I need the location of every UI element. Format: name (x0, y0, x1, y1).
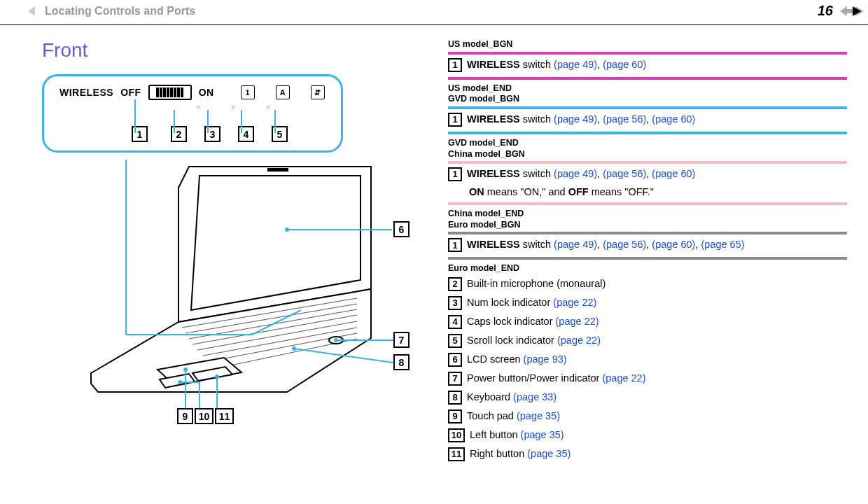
capslock-icon: A (276, 85, 290, 99)
divider-bar (448, 106, 847, 109)
svg-point-21 (285, 227, 289, 232)
item-text: Keyboard (page 33) (467, 391, 556, 405)
divider-bar (448, 202, 847, 205)
page-header: Locating Controls and Ports 16 (0, 0, 868, 25)
item-num-1: 1 (448, 58, 462, 72)
prev-arrow-icon[interactable] (28, 6, 35, 16)
callout-10: 10 (195, 408, 214, 424)
page-link[interactable]: (page 49) (554, 113, 597, 125)
page-link[interactable]: (page 22) (556, 316, 599, 327)
divider-bar (448, 132, 847, 134)
callout-7: 7 (393, 332, 410, 348)
item-text: Caps lock indicator (page 22) (467, 315, 599, 329)
page-link[interactable]: (page 33) (513, 391, 556, 402)
next-arrow-icon[interactable] (840, 4, 854, 18)
page-nav: 16 (818, 3, 854, 19)
item-text: Power button/Power indicator (page 22) (467, 372, 646, 386)
item-text: Left button (page 35) (470, 428, 564, 442)
on-label: ON (199, 87, 214, 98)
item-text: WIRELESS switch (page 49), (page 56), (p… (467, 238, 745, 252)
page-link[interactable]: (page 49) (554, 59, 597, 70)
item-text: Right button (page 35) (470, 447, 570, 461)
page-link[interactable]: (page 60) (603, 59, 646, 70)
item-extra-text: ON means "ON," and OFF means "OFF." (469, 186, 847, 197)
model-tag: Euro model_END (448, 263, 847, 274)
item-num-8: 8 (448, 391, 462, 405)
page-link[interactable]: (page 35) (517, 410, 560, 421)
section-title: Front (42, 39, 434, 62)
item-num-2: 2 (448, 277, 462, 291)
item-text: WIRELESS switch (page 49), (page 60) (467, 58, 646, 72)
svg-point-23 (292, 346, 296, 351)
svg-point-22 (334, 338, 338, 342)
item-num-4: 4 (448, 315, 462, 329)
item-text: Built-in microphone (monaural) (467, 277, 606, 291)
page-link[interactable]: (page 60) (652, 113, 695, 125)
svg-point-29 (178, 380, 182, 384)
item-text: LCD screen (page 93) (467, 353, 567, 367)
page-link[interactable]: (page 22) (553, 297, 596, 308)
divider-bar (448, 161, 847, 164)
switch-panel: WIRELESS OFF ON 1 A ⇵ ○○○ (42, 74, 343, 153)
page-link[interactable]: (page 93) (524, 354, 567, 365)
svg-rect-4 (267, 168, 288, 172)
page-link[interactable]: (page 60) (652, 239, 695, 250)
page-number: 16 (818, 3, 833, 19)
page-link[interactable]: (page 49) (554, 239, 597, 250)
item-num-6: 6 (448, 353, 462, 367)
item-num-5: 5 (448, 334, 462, 348)
description-list: US model_BGN 1 WIRELESS switch (page 49)… (434, 39, 847, 466)
callout-8: 8 (393, 354, 410, 370)
page-link[interactable]: (page 56) (603, 239, 646, 250)
model-tag: US model_BGN (448, 39, 847, 50)
breadcrumb-label: Locating Controls and Ports (45, 5, 195, 18)
page-link[interactable]: (page 22) (557, 335, 601, 346)
divider-bar (448, 52, 847, 55)
page-link[interactable]: (page 56) (603, 113, 646, 125)
item-text: Num lock indicator (page 22) (467, 296, 596, 310)
model-tag: US model_ENDGVD model_BGN (448, 83, 847, 105)
callout-9: 9 (177, 408, 193, 424)
item-num-7: 7 (448, 372, 462, 386)
item-num-1: 1 (448, 167, 462, 181)
svg-point-28 (183, 368, 188, 372)
item-text: Scroll lock indicator (page 22) (467, 334, 601, 348)
numlock-icon: 1 (241, 85, 255, 99)
item-text: Touch pad (page 35) (467, 410, 560, 424)
laptop-diagram: 6 7 8 9 10 11 (77, 160, 434, 428)
page-link[interactable]: (page 49) (554, 168, 597, 179)
wireless-switch-icon (148, 85, 192, 100)
page-link[interactable]: (page 35) (527, 448, 570, 459)
breadcrumb: Locating Controls and Ports (28, 5, 195, 18)
model-tag: China model_ENDEuro model_BGN (448, 209, 847, 230)
scrolllock-icon: ⇵ (311, 85, 325, 99)
item-text: WIRELESS switch (page 49), (page 56), (p… (467, 113, 695, 127)
divider-bar (448, 232, 847, 234)
page-link[interactable]: (page 35) (521, 429, 564, 440)
item-num-11: 11 (448, 447, 465, 461)
divider-bar (448, 77, 847, 80)
svg-point-30 (215, 374, 219, 379)
item-text: WIRELESS switch (page 49), (page 56), (p… (467, 167, 695, 181)
page-link[interactable]: (page 22) (602, 372, 645, 384)
page-link[interactable]: (page 65) (701, 239, 745, 250)
item-num-1: 1 (448, 238, 462, 252)
off-label: OFF (120, 87, 141, 98)
item-num-9: 9 (448, 410, 462, 424)
model-tag: GVD model_ENDChina model_BGN (448, 138, 847, 160)
item-num-3: 3 (448, 296, 462, 310)
item-num-1: 1 (448, 113, 462, 127)
callout-11: 11 (215, 408, 234, 424)
divider-bar (448, 257, 847, 260)
callout-6: 6 (393, 221, 410, 237)
item-num-10: 10 (448, 428, 465, 442)
wireless-label: WIRELESS (59, 87, 113, 98)
page-link[interactable]: (page 56) (603, 168, 646, 179)
page-link[interactable]: (page 60) (652, 168, 695, 179)
